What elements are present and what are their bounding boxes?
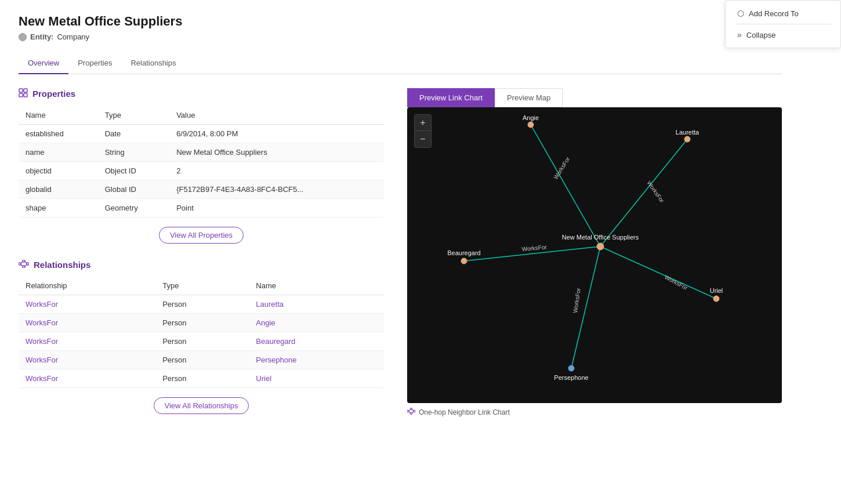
table-row: WorksFor Person Persephone: [19, 351, 384, 369]
svg-point-22: [597, 243, 604, 250]
zoom-out-button[interactable]: −: [415, 131, 431, 147]
rel-name-cell[interactable]: Persephone: [249, 351, 384, 369]
svg-text:WorksFor: WorksFor: [664, 274, 689, 291]
svg-point-32: [568, 365, 574, 371]
top-bar: ⬡ Add Record To » Collapse: [725, 0, 841, 48]
entity-label: Entity:: [30, 32, 53, 41]
svg-line-15: [600, 246, 716, 299]
prop-value-cell: 6/9/2014, 8:00 PM: [169, 125, 384, 143]
tab-preview-link-chart[interactable]: Preview Link Chart: [407, 88, 495, 107]
table-row: WorksFor Person Angie: [19, 314, 384, 332]
rel-relationship-cell[interactable]: WorksFor: [19, 351, 155, 369]
svg-text:WorksFor: WorksFor: [646, 180, 665, 204]
collapse-label: Collapse: [746, 31, 776, 39]
svg-point-30: [713, 296, 719, 302]
svg-text:Uriel: Uriel: [710, 287, 723, 294]
svg-text:New Metal Office Suppliers: New Metal Office Suppliers: [562, 234, 639, 241]
properties-section: Properties Name Type Value established D…: [19, 88, 384, 244]
svg-line-41: [412, 412, 414, 413]
rel-relationship-cell[interactable]: WorksFor: [19, 295, 155, 314]
page-title: New Metal Office Suppliers: [19, 14, 782, 29]
rel-type-cell: Person: [155, 351, 249, 369]
svg-point-37: [410, 412, 412, 414]
svg-point-28: [461, 258, 467, 264]
rel-col-relationship: Relationship: [19, 277, 155, 295]
svg-point-26: [684, 136, 690, 142]
svg-line-8: [21, 262, 23, 263]
link-chart-svg: WorksFor WorksFor WorksFor WorksFor Work…: [407, 107, 782, 403]
rel-col-type: Type: [155, 277, 249, 295]
tab-relationships[interactable]: Relationships: [121, 53, 185, 74]
svg-line-11: [25, 264, 27, 266]
zoom-in-button[interactable]: +: [415, 115, 431, 131]
prop-type-cell: Date: [98, 125, 169, 143]
svg-line-39: [412, 409, 414, 411]
svg-rect-2: [19, 93, 23, 97]
collapse-button[interactable]: » Collapse: [735, 27, 831, 43]
rel-name-cell[interactable]: Lauretta: [249, 295, 384, 314]
table-row: established Date 6/9/2014, 8:00 PM: [19, 125, 384, 143]
entity-row: Entity: Company: [19, 32, 782, 41]
properties-icon: [19, 88, 28, 99]
relationships-title: Relationships: [34, 260, 90, 270]
entity-dot-icon: [19, 33, 27, 41]
svg-text:WorksFor: WorksFor: [572, 287, 582, 313]
svg-rect-1: [24, 89, 27, 92]
svg-point-4: [19, 263, 21, 265]
prop-value-cell: {F5172B97-F4E3-4A83-8FC4-BCF5...: [169, 180, 384, 199]
table-row: objectid Object ID 2: [19, 162, 384, 180]
rel-relationship-cell[interactable]: WorksFor: [19, 369, 155, 388]
rel-type-cell: Person: [155, 314, 249, 332]
view-all-properties-button[interactable]: View All Properties: [159, 227, 244, 244]
svg-point-34: [407, 410, 409, 412]
table-row: WorksFor Person Lauretta: [19, 295, 384, 314]
chart-footer: One-hop Neighbor Link Chart: [407, 408, 782, 416]
prop-type-cell: Global ID: [98, 180, 169, 199]
relationships-heading: Relationships: [19, 260, 384, 270]
svg-rect-0: [19, 89, 23, 92]
svg-line-9: [25, 262, 27, 263]
tab-properties[interactable]: Properties: [68, 53, 121, 74]
svg-point-6: [27, 263, 29, 265]
svg-line-40: [409, 412, 410, 413]
svg-line-10: [21, 264, 23, 266]
relationships-table: Relationship Type Name WorksFor Person L…: [19, 277, 384, 388]
rel-col-name: Name: [249, 277, 384, 295]
rel-relationship-cell[interactable]: WorksFor: [19, 332, 155, 351]
rel-name-cell[interactable]: Angie: [249, 314, 384, 332]
chart-footer-label: One-hop Neighbor Link Chart: [419, 408, 510, 416]
rel-name-cell[interactable]: Beauregard: [249, 332, 384, 351]
chart-footer-icon: [407, 408, 415, 416]
view-all-relationships-button[interactable]: View All Relationships: [154, 397, 249, 414]
entity-value: Company: [57, 32, 89, 41]
rel-type-cell: Person: [155, 295, 249, 314]
rel-type-cell: Person: [155, 332, 249, 351]
main-layout: Properties Name Type Value established D…: [19, 88, 782, 426]
prop-col-name: Name: [19, 106, 98, 125]
add-record-label: Add Record To: [749, 9, 799, 18]
svg-point-5: [23, 260, 25, 262]
svg-text:Lauretta: Lauretta: [676, 129, 699, 136]
svg-line-12: [531, 125, 600, 246]
prop-type-cell: Object ID: [98, 162, 169, 180]
table-row: name String New Metal Office Suppliers: [19, 143, 384, 162]
prop-col-value: Value: [169, 106, 384, 125]
rel-relationship-cell[interactable]: WorksFor: [19, 314, 155, 332]
rel-type-cell: Person: [155, 369, 249, 388]
left-panel: Properties Name Type Value established D…: [19, 88, 384, 426]
svg-point-24: [528, 122, 534, 128]
chart-container: + − WorksFor Works: [407, 107, 782, 403]
properties-table: Name Type Value established Date 6/9/201…: [19, 106, 384, 217]
svg-text:WorksFor: WorksFor: [521, 244, 548, 252]
prop-name-cell: established: [19, 125, 98, 143]
prop-type-cell: String: [98, 143, 169, 162]
rel-name-cell[interactable]: Uriel: [249, 369, 384, 388]
add-record-button[interactable]: ⬡ Add Record To: [735, 5, 831, 21]
tab-overview[interactable]: Overview: [19, 53, 68, 74]
prop-col-type: Type: [98, 106, 169, 125]
table-row: WorksFor Person Uriel: [19, 369, 384, 388]
svg-text:Persephone: Persephone: [554, 374, 588, 381]
tab-preview-map[interactable]: Preview Map: [495, 88, 563, 107]
right-panel: Preview Link Chart Preview Map + −: [407, 88, 782, 426]
add-record-icon: ⬡: [737, 9, 744, 18]
